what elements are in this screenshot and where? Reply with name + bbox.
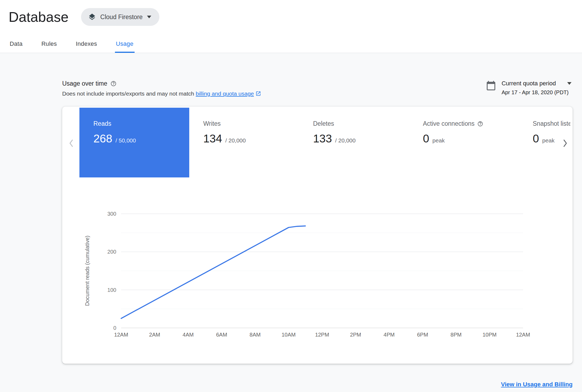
metric-limit: / 20,000 bbox=[225, 137, 246, 144]
y-tick-label: 100 bbox=[107, 287, 116, 293]
metric-peak: peak bbox=[432, 137, 445, 144]
x-tick-label: 12AM bbox=[114, 332, 128, 338]
x-tick-label: 10PM bbox=[482, 332, 496, 338]
usage-heading-block: Usage over time Does not include imports… bbox=[62, 80, 261, 97]
x-tick-label: 8AM bbox=[250, 332, 261, 338]
firestore-icon bbox=[88, 13, 96, 21]
y-tick-label: 200 bbox=[107, 249, 116, 255]
x-tick-label: 4AM bbox=[183, 332, 194, 338]
x-tick-label: 6PM bbox=[417, 332, 428, 338]
metric-tile-reads[interactable]: Reads 268 / 50,000 bbox=[79, 108, 189, 177]
metric-label: Reads bbox=[93, 120, 189, 127]
tab-usage[interactable]: Usage bbox=[115, 38, 135, 53]
help-icon[interactable] bbox=[477, 121, 483, 127]
product-selector-label: Cloud Firestore bbox=[100, 13, 143, 21]
title-row: Database Cloud Firestore bbox=[0, 8, 582, 26]
metric-value: 134 bbox=[203, 132, 222, 145]
content-area: Usage over time Does not include imports… bbox=[0, 53, 582, 392]
metric-value: 0 bbox=[533, 132, 539, 145]
metric-label: Active connections bbox=[423, 120, 475, 127]
x-tick-label: 12AM bbox=[516, 332, 530, 338]
metric-tile-writes[interactable]: Writes 134 / 20,000 bbox=[189, 108, 299, 177]
product-selector[interactable]: Cloud Firestore bbox=[81, 8, 159, 26]
y-tick-label: 300 bbox=[107, 211, 116, 217]
usage-card: Reads 268 / 50,000 Writes 134 / 20,000 D… bbox=[62, 107, 573, 364]
external-link-icon bbox=[255, 91, 261, 96]
metric-value: 268 bbox=[93, 132, 112, 145]
quota-period-controls: Current quota period Apr 17 - Apr 18, 20… bbox=[486, 80, 573, 96]
x-tick-label: 8PM bbox=[451, 332, 462, 338]
usage-line-chart: 010020030012AM2AM4AM6AM8AM10AM12PM2PM4PM… bbox=[121, 214, 523, 328]
x-tick-label: 4PM bbox=[384, 332, 395, 338]
usage-subtitle: Does not include imports/exports and may… bbox=[62, 90, 261, 97]
metric-label: Writes bbox=[203, 120, 299, 127]
footer-link-row: View in Usage and Billing bbox=[62, 381, 573, 392]
view-usage-billing-link[interactable]: View in Usage and Billing bbox=[501, 381, 573, 388]
page-header: Database Cloud Firestore Data Rules Inde… bbox=[0, 0, 582, 53]
quota-period-selector[interactable]: Current quota period Apr 17 - Apr 18, 20… bbox=[502, 80, 572, 96]
chevron-down-icon bbox=[147, 16, 151, 18]
metric-value: 0 bbox=[423, 132, 429, 145]
metric-limit: / 20,000 bbox=[335, 137, 356, 144]
quota-period-range: Apr 17 - Apr 18, 2020 (PDT) bbox=[502, 89, 572, 96]
metric-limit: / 50,000 bbox=[115, 137, 136, 144]
quota-period-label: Current quota period bbox=[502, 80, 556, 87]
metric-label: Deletes bbox=[313, 120, 409, 127]
metric-value: 133 bbox=[313, 132, 332, 145]
usage-section-header: Usage over time Does not include imports… bbox=[62, 80, 573, 97]
metric-tiles: Reads 268 / 50,000 Writes 134 / 20,000 D… bbox=[79, 108, 573, 177]
metric-tile-deletes[interactable]: Deletes 133 / 20,000 bbox=[299, 108, 409, 177]
tab-data[interactable]: Data bbox=[9, 38, 24, 53]
prev-metrics-button[interactable] bbox=[65, 137, 78, 150]
x-tick-label: 6AM bbox=[216, 332, 227, 338]
tab-rules[interactable]: Rules bbox=[40, 38, 58, 53]
x-tick-label: 2AM bbox=[149, 332, 160, 338]
chevron-down-icon bbox=[567, 82, 572, 85]
metric-tile-snapshot-listeners[interactable]: Snapshot listeners 0 peak bbox=[519, 108, 573, 177]
section-title: Usage over time bbox=[62, 80, 107, 87]
tab-bar: Data Rules Indexes Usage bbox=[0, 38, 582, 53]
y-axis-title: Document reads (cumulative) bbox=[83, 214, 92, 328]
x-tick-label: 12PM bbox=[315, 332, 329, 338]
calendar-icon bbox=[486, 80, 496, 91]
help-icon[interactable] bbox=[110, 80, 117, 87]
x-tick-label: 2PM bbox=[350, 332, 361, 338]
page-title: Database bbox=[9, 9, 69, 25]
x-tick-label: 10AM bbox=[282, 332, 296, 338]
metric-label: Snapshot listeners bbox=[533, 120, 570, 127]
tab-indexes[interactable]: Indexes bbox=[75, 38, 98, 53]
y-tick-label: 0 bbox=[113, 325, 116, 331]
billing-quota-link[interactable]: billing and quota usage bbox=[196, 90, 254, 97]
metric-peak: peak bbox=[542, 137, 555, 144]
subtitle-text: Does not include imports/exports and may… bbox=[62, 90, 196, 97]
metric-tile-active-connections[interactable]: Active connections 0 peak bbox=[409, 108, 519, 177]
